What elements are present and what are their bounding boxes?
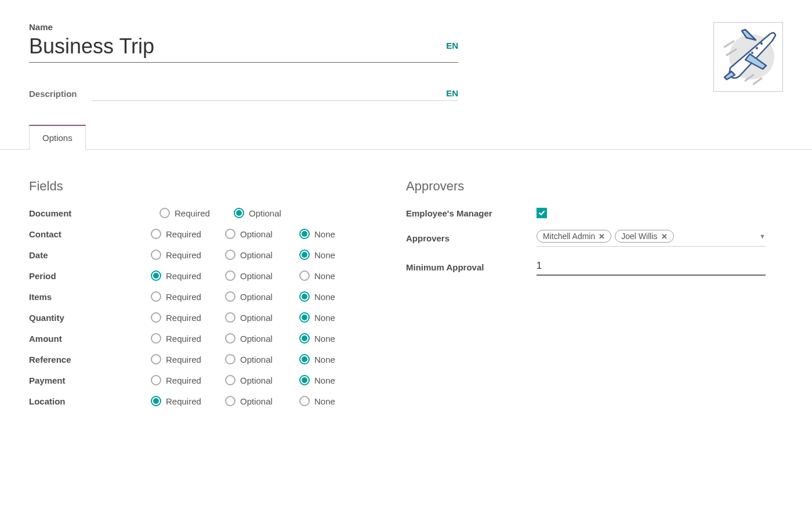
radio-option-optional[interactable]: Optional (225, 333, 285, 344)
radio-option-required[interactable]: Required (151, 312, 211, 323)
svg-line-1 (727, 49, 736, 55)
image-selector[interactable] (713, 22, 783, 92)
radio-option-none[interactable]: None (299, 375, 360, 385)
radio-circle-icon (225, 375, 235, 385)
field-label: Quantity (29, 313, 151, 323)
field-label: Date (29, 250, 151, 260)
field-radio-group: RequiredOptionalNone (151, 333, 360, 344)
radio-option-none[interactable]: None (299, 354, 360, 364)
radio-circle-icon (299, 250, 310, 260)
radio-option-required[interactable]: Required (151, 375, 211, 385)
name-lang-tag[interactable]: EN (446, 41, 458, 56)
radio-option-required[interactable]: Required (151, 250, 211, 260)
fields-section-title: Fields (29, 179, 360, 194)
radio-label: Optional (240, 355, 273, 364)
field-row: AmountRequiredOptionalNone (29, 333, 360, 344)
radio-circle-icon (299, 375, 310, 385)
radio-circle-icon (151, 229, 161, 239)
radio-circle-icon (151, 354, 161, 364)
name-input[interactable] (29, 34, 441, 62)
radio-label: None (314, 292, 335, 302)
radio-option-required[interactable]: Required (151, 396, 211, 406)
approver-tag[interactable]: Mitchell Admin✕ (536, 230, 611, 243)
radio-option-none[interactable]: None (299, 270, 360, 281)
radio-circle-icon (151, 250, 161, 260)
radio-option-optional[interactable]: Optional (234, 208, 294, 218)
radio-circle-icon (151, 333, 161, 344)
radio-label: Optional (240, 250, 273, 260)
radio-option-optional[interactable]: Optional (225, 229, 285, 239)
radio-option-required[interactable]: Required (151, 270, 211, 281)
field-radio-group: RequiredOptionalNone (151, 375, 360, 385)
radio-option-required[interactable]: Required (151, 291, 211, 302)
svg-line-2 (745, 75, 753, 81)
radio-label: Required (175, 208, 210, 218)
description-input[interactable] (92, 86, 446, 100)
tab-options[interactable]: Options (29, 125, 86, 150)
radio-label: None (314, 271, 335, 281)
radio-option-optional[interactable]: Optional (225, 396, 285, 406)
radio-label: Required (166, 355, 201, 364)
radio-option-none[interactable]: None (299, 396, 360, 406)
radio-label: None (314, 313, 335, 323)
field-radio-group: RequiredOptionalNone (151, 229, 360, 239)
radio-option-none[interactable]: None (299, 229, 360, 239)
radio-option-required[interactable]: Required (151, 354, 211, 364)
description-lang-tag[interactable]: EN (446, 88, 458, 98)
minimum-approval-input[interactable] (536, 258, 766, 276)
radio-circle-icon (225, 354, 235, 364)
minimum-approval-label: Minimum Approval (406, 262, 536, 272)
field-label: Reference (29, 355, 151, 364)
field-radio-group: RequiredOptional (160, 208, 294, 218)
remove-tag-icon[interactable]: ✕ (661, 232, 668, 241)
field-label: Amount (29, 334, 151, 344)
remove-tag-icon[interactable]: ✕ (599, 232, 605, 241)
check-icon (538, 210, 545, 216)
radio-option-none[interactable]: None (299, 333, 360, 344)
field-radio-group: RequiredOptionalNone (151, 270, 360, 281)
radio-circle-icon (299, 333, 310, 344)
radio-circle-icon (225, 291, 235, 302)
radio-label: None (314, 250, 335, 260)
radio-option-optional[interactable]: Optional (225, 312, 285, 323)
radio-circle-icon (151, 396, 161, 406)
description-label: Description (29, 89, 87, 99)
radio-option-none[interactable]: None (299, 291, 360, 302)
radio-option-optional[interactable]: Optional (225, 375, 285, 385)
tabs-bar: Options (0, 124, 812, 150)
radio-circle-icon (151, 270, 161, 281)
radio-label: Required (166, 334, 201, 344)
approvers-dropdown-caret[interactable]: ▼ (759, 233, 766, 240)
radio-option-required[interactable]: Required (151, 229, 211, 239)
approvers-section-title: Approvers (406, 179, 766, 194)
approvers-tags-input[interactable]: Mitchell Admin✕Joel Willis✕ ▼ (536, 230, 766, 247)
radio-circle-icon (225, 270, 235, 281)
radio-label: None (314, 334, 335, 344)
radio-option-optional[interactable]: Optional (225, 291, 285, 302)
radio-option-optional[interactable]: Optional (225, 270, 285, 281)
approvers-label: Approvers (406, 233, 536, 243)
radio-circle-icon (225, 333, 235, 344)
radio-label: Optional (240, 271, 273, 281)
field-label: Location (29, 396, 151, 406)
field-row: PeriodRequiredOptionalNone (29, 270, 360, 281)
field-row: LocationRequiredOptionalNone (29, 396, 360, 406)
radio-label: Optional (240, 334, 273, 344)
radio-circle-icon (225, 250, 235, 260)
radio-option-none[interactable]: None (299, 312, 360, 323)
field-label: Document (29, 208, 160, 218)
name-label: Name (29, 22, 458, 32)
radio-label: Optional (249, 208, 281, 218)
radio-option-optional[interactable]: Optional (225, 250, 285, 260)
radio-label: Required (166, 229, 201, 239)
radio-option-none[interactable]: None (299, 250, 360, 260)
radio-option-required[interactable]: Required (151, 333, 211, 344)
field-radio-group: RequiredOptionalNone (151, 250, 360, 260)
radio-option-optional[interactable]: Optional (225, 354, 285, 364)
radio-option-required[interactable]: Required (160, 208, 220, 218)
employees-manager-checkbox[interactable] (536, 208, 547, 218)
radio-label: Required (166, 292, 201, 302)
field-radio-group: RequiredOptionalNone (151, 396, 360, 406)
radio-circle-icon (299, 396, 310, 406)
approver-tag[interactable]: Joel Willis✕ (615, 230, 673, 243)
